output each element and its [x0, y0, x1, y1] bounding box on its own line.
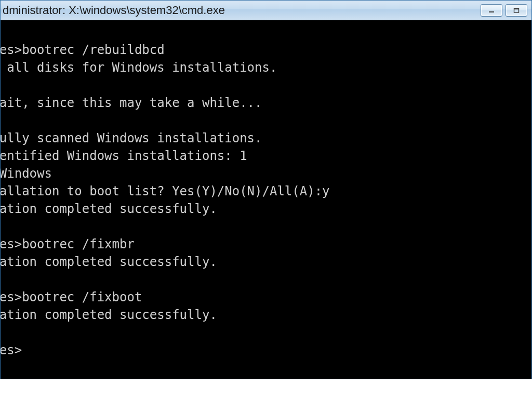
cmd-window: dministrator: X:\windows\system32\cmd.ex…	[0, 0, 532, 379]
terminal-output: ources>bootrec /rebuildbcd ning all disk…	[1, 23, 531, 359]
maximize-icon	[513, 7, 520, 14]
titlebar[interactable]: dministrator: X:\windows\system32\cmd.ex…	[1, 1, 531, 20]
terminal-area[interactable]: ources>bootrec /rebuildbcd ning all disk…	[1, 20, 531, 379]
svg-rect-2	[514, 8, 519, 9]
window-controls	[481, 4, 528, 17]
minimize-icon	[488, 7, 495, 14]
maximize-button[interactable]	[506, 4, 527, 17]
minimize-button[interactable]	[481, 4, 502, 17]
window-title: dministrator: X:\windows\system32\cmd.ex…	[1, 4, 225, 17]
svg-rect-0	[489, 11, 494, 12]
